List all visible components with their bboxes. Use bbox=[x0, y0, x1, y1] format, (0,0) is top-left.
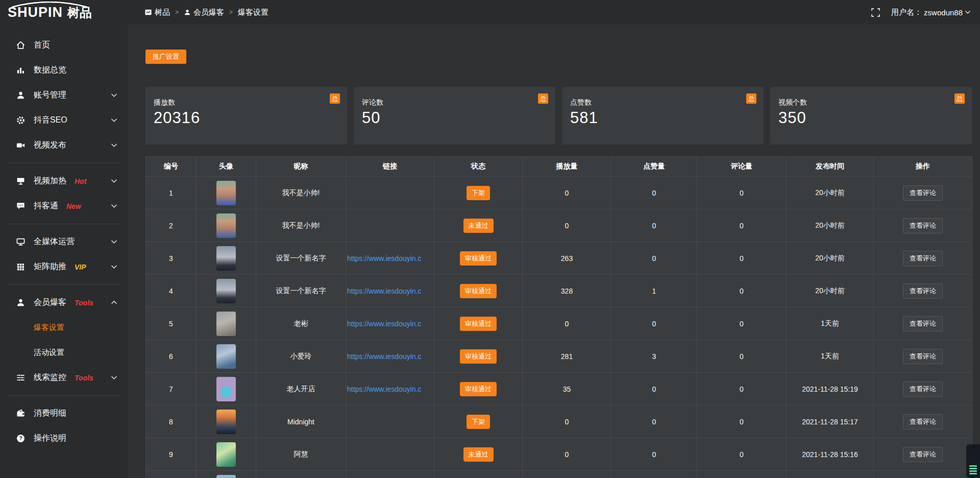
sliders-icon bbox=[15, 373, 26, 383]
cell-plays: 0 bbox=[523, 209, 611, 242]
sidebar-item-抖音SEO[interactable]: 抖音SEO bbox=[0, 108, 128, 133]
chevron-down-icon bbox=[111, 375, 117, 380]
cell-plays: 0 bbox=[523, 438, 611, 471]
status-badge[interactable]: 审核通过 bbox=[460, 317, 497, 331]
username-label: 用户名： bbox=[891, 8, 922, 17]
promo-settings-button[interactable]: 推广设置 bbox=[145, 50, 186, 64]
cell-time: 20小时前 bbox=[787, 275, 874, 307]
sidebar-item-数据总览[interactable]: 数据总览 bbox=[0, 58, 128, 83]
status-badge[interactable]: 未通过 bbox=[463, 219, 494, 233]
top-bar: SHUPIN 树品 树品>会员爆客>爆客设置 用户名：zswodun88 bbox=[0, 0, 980, 25]
fullscreen-icon[interactable] bbox=[871, 8, 880, 17]
view-comments-button[interactable]: 查看评论 bbox=[903, 447, 943, 462]
column-header-点赞量: 点赞量 bbox=[611, 157, 697, 177]
heat-icon bbox=[15, 176, 26, 186]
cell-nickname: Midnight bbox=[256, 405, 346, 438]
cell-link: https://www.iesdouyin.c bbox=[346, 242, 434, 275]
breadcrumb-item[interactable]: 树品 bbox=[144, 8, 170, 17]
chevron-down-icon bbox=[111, 179, 117, 183]
view-comments-button[interactable]: 查看评论 bbox=[903, 218, 943, 233]
cell-time: 20小时前 bbox=[787, 242, 874, 275]
sidebar-item-操作说明[interactable]: ?操作说明 bbox=[0, 426, 128, 451]
logo-arc bbox=[9, 1, 90, 10]
status-badge[interactable]: 审核通过 bbox=[460, 284, 497, 298]
cell-action bbox=[874, 471, 972, 478]
chevron-down-icon bbox=[111, 93, 117, 98]
chat-icon bbox=[15, 201, 26, 211]
chevron-down-icon bbox=[111, 143, 117, 148]
sidebar-item-label: 抖音SEO bbox=[34, 115, 67, 126]
user-menu[interactable]: 用户名：zswodun88 bbox=[891, 8, 971, 17]
table-row: 1我不是小帅!下架00020小时前查看评论 bbox=[146, 177, 972, 209]
sidebar-item-矩阵助推[interactable]: 矩阵助推VIP bbox=[0, 254, 128, 279]
sidebar-badge-VIP: VIP bbox=[75, 263, 86, 271]
sidebar-item-账号管理[interactable]: 账号管理 bbox=[0, 83, 128, 108]
video-link[interactable]: https://www.iesdouyin.c bbox=[347, 352, 422, 361]
sidebar-subitem-活动设置[interactable]: 活动设置 bbox=[0, 340, 128, 365]
view-comments-button[interactable]: 查看评论 bbox=[903, 349, 943, 364]
status-badge[interactable]: 下架 bbox=[467, 415, 490, 429]
breadcrumb-label: 会员爆客 bbox=[193, 8, 224, 17]
sidebar: 首页数据总览账号管理抖音SEO视频发布视频加热Hot抖客通New全媒体运营矩阵助… bbox=[0, 25, 128, 478]
cell-id: 5 bbox=[146, 307, 197, 340]
table-row: 6小爱玲https://www.iesdouyin.c审核通过281301天前查… bbox=[146, 340, 972, 373]
view-comments-button[interactable]: 查看评论 bbox=[903, 381, 943, 397]
video-link[interactable]: https://www.iesdouyin.c bbox=[347, 385, 422, 393]
total-badge: 总 bbox=[538, 93, 548, 104]
sidebar-subitem-爆客设置[interactable]: 爆客设置 bbox=[0, 315, 128, 340]
username-value: zswodun88 bbox=[924, 8, 963, 17]
avatar bbox=[216, 410, 236, 434]
status-badge[interactable]: 下架 bbox=[467, 186, 490, 200]
view-comments-button[interactable]: 查看评论 bbox=[903, 185, 943, 201]
cell-id: 2 bbox=[146, 209, 197, 242]
cell-time: 2021-11-28 15:17 bbox=[787, 405, 874, 438]
sidebar-item-线索监控[interactable]: 线索监控Tools bbox=[0, 365, 128, 390]
sidebar-item-全媒体运营[interactable]: 全媒体运营 bbox=[0, 229, 128, 254]
stat-card-评论数: 评论数50总 bbox=[354, 87, 555, 145]
cell-nickname: 小爱玲 bbox=[256, 340, 346, 373]
status-badge[interactable]: 审核通过 bbox=[460, 382, 497, 396]
video-link[interactable]: https://www.iesdouyin.c bbox=[347, 287, 422, 295]
breadcrumb-item[interactable]: 会员爆客 bbox=[184, 8, 224, 17]
sidebar-item-视频加热[interactable]: 视频加热Hot bbox=[0, 169, 128, 194]
view-comments-button[interactable]: 查看评论 bbox=[903, 251, 943, 266]
cell-nickname: 设置一个新名字 bbox=[256, 275, 346, 307]
cell-comments: 0 bbox=[697, 373, 787, 405]
sidebar-item-label: 操作说明 bbox=[34, 433, 66, 444]
home-icon bbox=[15, 40, 26, 50]
cell-action: 查看评论 bbox=[874, 242, 972, 275]
cell-id: 9 bbox=[146, 438, 197, 471]
cell-link bbox=[346, 438, 434, 471]
status-badge[interactable]: 审核通过 bbox=[460, 349, 497, 364]
view-comments-button[interactable]: 查看评论 bbox=[903, 414, 943, 429]
sidebar-item-首页[interactable]: 首页 bbox=[0, 33, 128, 58]
cell-avatar bbox=[197, 307, 256, 340]
view-comments-button[interactable]: 查看评论 bbox=[903, 316, 943, 331]
sidebar-item-抖客通[interactable]: 抖客通New bbox=[0, 194, 128, 219]
cell-action: 查看评论 bbox=[874, 340, 972, 373]
column-header-昵称: 昵称 bbox=[256, 157, 346, 177]
cell-status: 未通过 bbox=[434, 209, 523, 242]
cell-status: 审核通过 bbox=[434, 275, 523, 307]
video-link[interactable]: https://www.iesdouyin.c bbox=[347, 254, 422, 262]
cell-nickname bbox=[256, 471, 346, 478]
column-header-编号: 编号 bbox=[146, 157, 197, 177]
cell-action: 查看评论 bbox=[874, 405, 972, 438]
cell-plays: 0 bbox=[523, 307, 611, 340]
breadcrumb: 树品>会员爆客>爆客设置 bbox=[144, 8, 268, 17]
cell-time bbox=[787, 471, 874, 478]
sidebar-item-消费明细[interactable]: 消费明细 bbox=[0, 401, 128, 426]
status-badge[interactable]: 审核通过 bbox=[460, 251, 497, 266]
stat-label: 评论数 bbox=[362, 98, 547, 107]
breadcrumb-item: 爆客设置 bbox=[238, 8, 268, 17]
avatar bbox=[216, 377, 236, 401]
floating-widget[interactable] bbox=[966, 444, 980, 478]
video-link[interactable]: https://www.iesdouyin.c bbox=[347, 320, 422, 328]
view-comments-button[interactable]: 查看评论 bbox=[903, 283, 943, 299]
stat-label: 播放数 bbox=[154, 98, 339, 107]
sidebar-item-会员爆客[interactable]: 会员爆客Tools bbox=[0, 290, 128, 315]
sidebar-item-label: 视频加热 bbox=[34, 176, 66, 186]
status-badge[interactable]: 未通过 bbox=[463, 447, 494, 462]
sidebar-item-label: 矩阵助推 bbox=[34, 261, 66, 272]
sidebar-item-视频发布[interactable]: 视频发布 bbox=[0, 133, 128, 158]
